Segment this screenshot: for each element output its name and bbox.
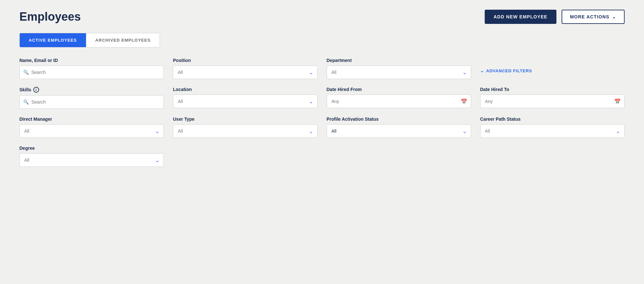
skills-label: Skills i bbox=[19, 87, 164, 93]
name-search-input[interactable] bbox=[19, 66, 164, 79]
date-hired-to-input[interactable] bbox=[480, 95, 625, 108]
filter-position: Position All ⌄ bbox=[173, 58, 317, 79]
add-new-employee-button[interactable]: ADD NEW EMPLOYEE bbox=[485, 10, 557, 24]
skills-search-input[interactable] bbox=[19, 95, 164, 109]
degree-select[interactable]: All bbox=[19, 153, 164, 167]
header-actions: ADD NEW EMPLOYEE MORE ACTIONS ⌄ bbox=[485, 10, 625, 24]
career-path-label: Career Path Status bbox=[480, 117, 625, 122]
filter-date-hired-from: Date Hired From 📅 bbox=[327, 87, 471, 108]
department-select[interactable]: All bbox=[327, 66, 471, 79]
advanced-filters-group: ⌄ ADVANCED FILTERS bbox=[480, 58, 625, 73]
degree-select-wrapper: All ⌄ bbox=[19, 153, 164, 167]
department-label: Department bbox=[327, 58, 471, 63]
filter-user-type: User Type All ⌄ bbox=[173, 117, 317, 138]
filter-location: Location All ⌄ bbox=[173, 87, 317, 108]
search-icon: 🔍 bbox=[23, 70, 29, 75]
date-hired-from-wrapper: 📅 bbox=[327, 95, 471, 108]
filter-name-email-id: Name, Email or ID 🔍 bbox=[19, 58, 164, 79]
career-path-select[interactable]: All bbox=[480, 124, 625, 138]
filter-profile-activation-status: Profile Activation Status All ⌄ bbox=[327, 117, 471, 138]
location-select[interactable]: All bbox=[173, 95, 317, 108]
chevron-down-icon: ⌄ bbox=[480, 68, 484, 73]
page-title: Employees bbox=[19, 10, 81, 24]
user-type-label: User Type bbox=[173, 117, 317, 122]
date-hired-from-input[interactable] bbox=[327, 95, 471, 108]
date-hired-from-label: Date Hired From bbox=[327, 87, 471, 92]
chevron-down-icon: ⌄ bbox=[612, 14, 616, 19]
filter-skills: Skills i 🔍 bbox=[19, 87, 164, 109]
filters-section: Name, Email or ID 🔍 Position All ⌄ Depar… bbox=[19, 58, 625, 167]
skills-search-wrapper: 🔍 bbox=[19, 95, 164, 109]
profile-activation-select-wrapper: All ⌄ bbox=[327, 124, 471, 138]
more-actions-button[interactable]: MORE ACTIONS ⌄ bbox=[562, 10, 625, 24]
location-label: Location bbox=[173, 87, 317, 92]
date-hired-to-wrapper: 📅 bbox=[480, 95, 625, 108]
profile-activation-select[interactable]: All bbox=[327, 124, 471, 138]
search-icon: 🔍 bbox=[23, 99, 29, 105]
department-select-wrapper: All ⌄ bbox=[327, 66, 471, 79]
direct-manager-select[interactable]: All bbox=[19, 124, 164, 138]
direct-manager-label: Direct Manager bbox=[19, 117, 164, 122]
employee-tabs: ACTIVE EMPLOYEES ARCHIVED EMPLOYEES bbox=[19, 33, 160, 47]
position-select-wrapper: All ⌄ bbox=[173, 66, 317, 79]
name-search-wrapper: 🔍 bbox=[19, 66, 164, 79]
location-select-wrapper: All ⌄ bbox=[173, 95, 317, 108]
career-path-select-wrapper: All ⌄ bbox=[480, 124, 625, 138]
user-type-select[interactable]: All bbox=[173, 124, 317, 138]
user-type-select-wrapper: All ⌄ bbox=[173, 124, 317, 138]
advanced-filters-link[interactable]: ⌄ ADVANCED FILTERS bbox=[480, 58, 625, 73]
position-label: Position bbox=[173, 58, 317, 63]
profile-activation-label: Profile Activation Status bbox=[327, 117, 471, 122]
position-select[interactable]: All bbox=[173, 66, 317, 79]
filter-direct-manager: Direct Manager All ⌄ bbox=[19, 117, 164, 138]
name-email-id-label: Name, Email or ID bbox=[19, 58, 164, 63]
direct-manager-select-wrapper: All ⌄ bbox=[19, 124, 164, 138]
tab-archived-employees[interactable]: ARCHIVED EMPLOYEES bbox=[86, 33, 160, 47]
calendar-icon[interactable]: 📅 bbox=[614, 98, 621, 105]
skills-info-icon[interactable]: i bbox=[33, 87, 39, 93]
calendar-icon[interactable]: 📅 bbox=[461, 98, 467, 105]
page-header: Employees ADD NEW EMPLOYEE MORE ACTIONS … bbox=[19, 10, 625, 24]
degree-label: Degree bbox=[19, 146, 164, 151]
filter-date-hired-to: Date Hired To 📅 bbox=[480, 87, 625, 108]
filter-department: Department All ⌄ bbox=[327, 58, 471, 79]
date-hired-to-label: Date Hired To bbox=[480, 87, 625, 92]
tab-active-employees[interactable]: ACTIVE EMPLOYEES bbox=[20, 33, 86, 47]
filter-degree: Degree All ⌄ bbox=[19, 146, 164, 167]
filter-career-path-status: Career Path Status All ⌄ bbox=[480, 117, 625, 138]
